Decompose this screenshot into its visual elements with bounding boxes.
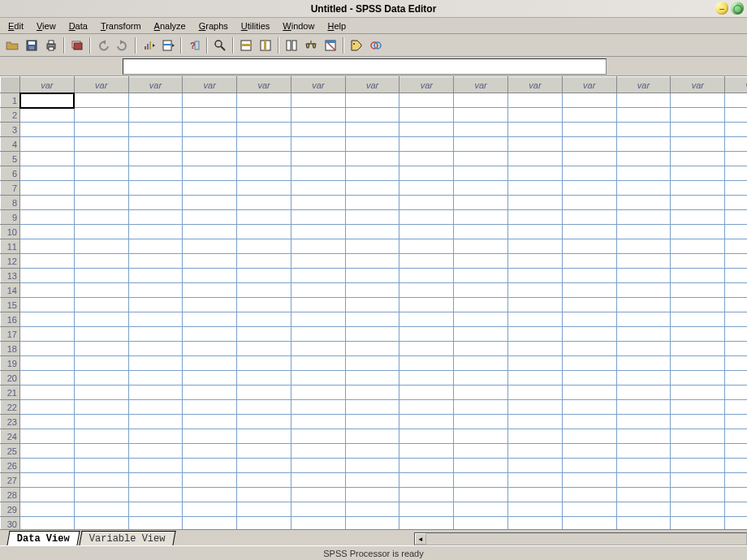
- cell[interactable]: [725, 371, 747, 386]
- row-header[interactable]: 27: [1, 473, 20, 488]
- cell[interactable]: [74, 196, 128, 210]
- cell[interactable]: [671, 225, 725, 239]
- row-header[interactable]: 10: [1, 225, 20, 239]
- cell[interactable]: [291, 196, 345, 210]
- cell[interactable]: [345, 312, 399, 327]
- cell[interactable]: [128, 254, 183, 269]
- row-header[interactable]: 11: [1, 239, 20, 254]
- cell[interactable]: [237, 239, 291, 254]
- cell[interactable]: [128, 459, 183, 473]
- cell[interactable]: [508, 166, 563, 181]
- cell[interactable]: [74, 152, 128, 166]
- cell[interactable]: [237, 502, 291, 517]
- formula-input[interactable]: [123, 58, 607, 75]
- cell-reference-box[interactable]: [2, 58, 119, 75]
- cell[interactable]: [454, 298, 508, 312]
- cell[interactable]: [508, 108, 563, 123]
- cell[interactable]: [74, 225, 128, 239]
- cell[interactable]: [74, 181, 128, 196]
- cell[interactable]: [616, 502, 671, 517]
- cell[interactable]: [128, 108, 183, 123]
- cell[interactable]: [725, 108, 747, 123]
- cell[interactable]: [237, 415, 291, 429]
- cell[interactable]: [74, 400, 128, 415]
- cell[interactable]: [345, 327, 399, 342]
- cell[interactable]: [291, 371, 345, 386]
- cell[interactable]: [128, 356, 183, 371]
- cell[interactable]: [291, 239, 345, 254]
- cell[interactable]: [128, 488, 183, 502]
- cell[interactable]: [74, 444, 128, 459]
- cell[interactable]: [562, 342, 616, 356]
- cell[interactable]: [345, 108, 399, 123]
- cell[interactable]: [74, 502, 128, 517]
- cell[interactable]: [508, 254, 563, 269]
- cell[interactable]: [345, 444, 399, 459]
- cell[interactable]: [399, 298, 454, 312]
- split-file-button[interactable]: [283, 37, 300, 54]
- cell[interactable]: [616, 254, 671, 269]
- cell[interactable]: [725, 123, 747, 137]
- cell[interactable]: [454, 327, 508, 342]
- cell[interactable]: [74, 386, 128, 400]
- cell[interactable]: [454, 371, 508, 386]
- cell[interactable]: [291, 269, 345, 283]
- cell[interactable]: [128, 386, 183, 400]
- cell[interactable]: [128, 298, 183, 312]
- cell[interactable]: [345, 196, 399, 210]
- cell[interactable]: [237, 371, 291, 386]
- cell[interactable]: [183, 123, 237, 137]
- cell[interactable]: [183, 459, 237, 473]
- cell[interactable]: [291, 312, 345, 327]
- menu-data[interactable]: Data: [63, 18, 94, 33]
- cell[interactable]: [74, 123, 128, 137]
- cell[interactable]: [291, 254, 345, 269]
- cell[interactable]: [454, 444, 508, 459]
- cell[interactable]: [671, 429, 725, 444]
- column-header[interactable]: var: [399, 77, 454, 93]
- cell[interactable]: [508, 488, 563, 502]
- menu-transform[interactable]: Transform: [94, 18, 148, 33]
- row-header[interactable]: 7: [1, 181, 20, 196]
- cell[interactable]: [616, 473, 671, 488]
- cell[interactable]: [671, 415, 725, 429]
- cell[interactable]: [128, 210, 183, 225]
- cell[interactable]: [562, 123, 616, 137]
- cell[interactable]: [508, 415, 563, 429]
- cell[interactable]: [345, 298, 399, 312]
- cell[interactable]: [508, 459, 563, 473]
- row-header[interactable]: 26: [1, 459, 20, 473]
- cell[interactable]: [237, 225, 291, 239]
- cell[interactable]: [508, 283, 563, 298]
- cell[interactable]: [183, 356, 237, 371]
- cell[interactable]: [454, 108, 508, 123]
- cell[interactable]: [20, 386, 75, 400]
- cell[interactable]: [74, 517, 128, 530]
- cell[interactable]: [454, 152, 508, 166]
- cell[interactable]: [237, 196, 291, 210]
- column-header[interactable]: var: [74, 77, 128, 93]
- cell[interactable]: [345, 459, 399, 473]
- cell[interactable]: [345, 342, 399, 356]
- cell[interactable]: [345, 210, 399, 225]
- cell[interactable]: [237, 108, 291, 123]
- cell[interactable]: [74, 137, 128, 152]
- cell[interactable]: [454, 400, 508, 415]
- menu-analyze[interactable]: Analyze: [148, 18, 192, 33]
- cell[interactable]: [725, 225, 747, 239]
- cell[interactable]: [616, 225, 671, 239]
- row-header[interactable]: 4: [1, 137, 20, 152]
- cell[interactable]: [562, 415, 616, 429]
- cell[interactable]: [128, 415, 183, 429]
- cell[interactable]: [74, 429, 128, 444]
- column-header[interactable]: var: [616, 77, 671, 93]
- cell[interactable]: [20, 517, 75, 530]
- cell[interactable]: [725, 342, 747, 356]
- corner-cell[interactable]: [1, 77, 20, 93]
- cell[interactable]: [399, 108, 454, 123]
- cell[interactable]: [508, 356, 563, 371]
- cell[interactable]: [128, 444, 183, 459]
- row-header[interactable]: 12: [1, 254, 20, 269]
- cell[interactable]: [128, 225, 183, 239]
- cell[interactable]: [128, 502, 183, 517]
